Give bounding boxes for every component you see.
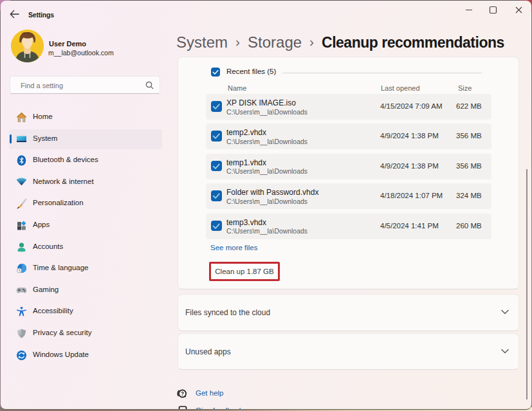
svg-text:?: ? [181, 390, 184, 397]
